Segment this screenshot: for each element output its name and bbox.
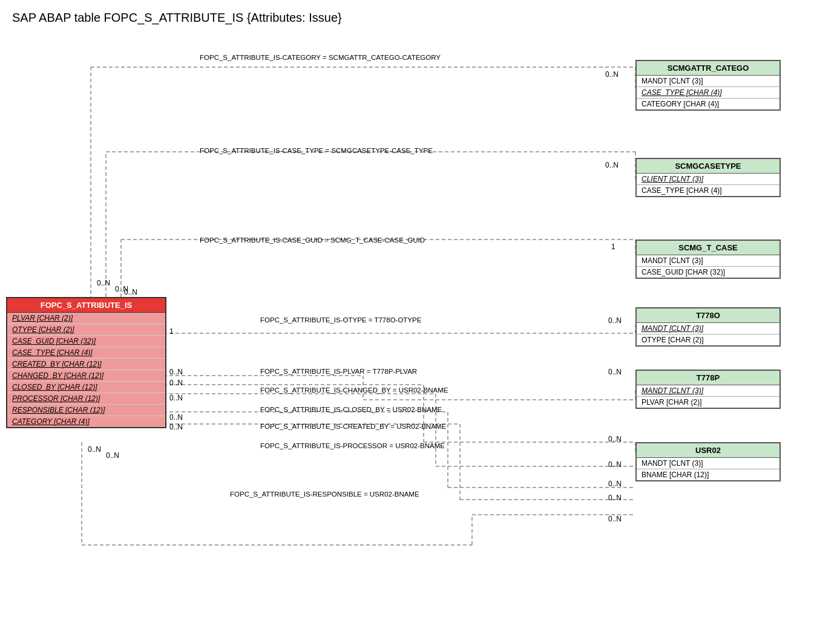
t778p-field-plvar: PLVAR [CHAR (2)] <box>637 397 779 408</box>
scmgcasetype-field-client: CLIENT [CLNT (3)] <box>637 174 779 185</box>
relation-label-changed-by: FOPC_S_ATTRIBUTE_IS-CHANGED_BY = USR02-B… <box>260 386 448 394</box>
entity-scmgcasetype-header: SCMGCASETYPE <box>637 159 779 174</box>
card-casetype-to: 0..N <box>605 161 619 169</box>
usr02-field-bname: BNAME [CHAR (12)] <box>637 469 779 480</box>
card-processor-from: 0..N <box>169 423 183 431</box>
card-caseguid-to: 1 <box>611 243 615 251</box>
scmgcasetype-field-case-type: CASE_TYPE [CHAR (4)] <box>637 185 779 196</box>
entity-scmgattr-catego-header: SCMGATTR_CATEGO <box>637 61 779 76</box>
card-plvar-to: 0..N <box>608 368 622 376</box>
field-responsible: RESPONSIBLE [CHAR (12)] <box>7 405 165 416</box>
entity-t778o-header: T778O <box>637 308 779 323</box>
card-responsible-from: 0..N <box>88 445 101 454</box>
t778o-field-mandt: MANDT [CLNT (3)] <box>637 323 779 334</box>
entity-scmgattr-catego: SCMGATTR_CATEGO MANDT [CLNT (3)] CASE_TY… <box>635 60 781 111</box>
card-processor-to: 0..N <box>608 494 622 502</box>
entity-usr02-header: USR02 <box>637 443 779 458</box>
card-plvar-from: 0..N <box>169 368 183 376</box>
scmgattr-field-case-type: CASE_TYPE [CHAR (4)] <box>637 87 779 99</box>
field-category: CATEGORY [CHAR (4)] <box>7 416 165 427</box>
field-created-by: CREATED_BY [CHAR (12)] <box>7 359 165 370</box>
card-otype-to: 0..N <box>608 316 622 325</box>
entity-scmg-t-case-header: SCMG_T_CASE <box>637 241 779 255</box>
relation-label-case-type: FOPC_S_ATTRIBUTE_IS-CASE_TYPE = SCMGCASE… <box>200 147 433 154</box>
card-closedby-from: 0..N <box>169 394 183 402</box>
relation-label-plvar: FOPC_S_ATTRIBUTE_IS-PLVAR = T778P-PLVAR <box>260 368 417 375</box>
entity-usr02: USR02 MANDT [CLNT (3)] BNAME [CHAR (12)] <box>635 442 781 481</box>
relation-label-otype: FOPC_S_ATTRIBUTE_IS-OTYPE = T778O-OTYPE <box>260 316 421 324</box>
card-responsible-to: 0..N <box>608 515 622 523</box>
usr02-field-mandt: MANDT [CLNT (3)] <box>637 458 779 469</box>
scmgattr-field-category: CATEGORY [CHAR (4)] <box>637 99 779 109</box>
scmg-t-case-field-case-guid: CASE_GUID [CHAR (32)] <box>637 267 779 278</box>
field-otype: OTYPE [CHAR (2)] <box>7 324 165 336</box>
card-changedby-to: 0..N <box>608 435 622 443</box>
relation-label-closed-by: FOPC_S_ATTRIBUTE_IS-CLOSED_BY = USR02-BN… <box>260 406 442 413</box>
field-plvar: PLVAR [CHAR (2)] <box>7 313 165 324</box>
page-title: SAP ABAP table FOPC_S_ATTRIBUTE_IS {Attr… <box>0 0 840 31</box>
entity-t778p-header: T778P <box>637 371 779 385</box>
card-createdby-from: 0..N <box>169 413 183 422</box>
card-responsible-from2: 0..N <box>106 451 119 460</box>
entity-t778o: T778O MANDT [CLNT (3)] OTYPE [CHAR (2)] <box>635 307 781 347</box>
field-case-type: CASE_TYPE [CHAR (4)] <box>7 347 165 359</box>
scmgattr-field-mandt: MANDT [CLNT (3)] <box>637 76 779 87</box>
scmg-t-case-field-mandt: MANDT [CLNT (3)] <box>637 255 779 267</box>
card-category-from: 0..N <box>97 279 110 287</box>
card-changedby-from: 0..N <box>169 379 183 387</box>
entity-scmgcasetype: SCMGCASETYPE CLIENT [CLNT (3)] CASE_TYPE… <box>635 158 781 197</box>
relation-label-created-by: FOPC_S_ATTRIBUTE_IS-CREATED_BY = USR02-B… <box>260 423 446 430</box>
field-changed-by: CHANGED_BY [CHAR (12)] <box>7 370 165 382</box>
card-createdby-to: 0..N <box>608 480 622 488</box>
card-closedby-to: 0..N <box>608 460 622 469</box>
relation-label-processor: FOPC_S_ATTRIBUTE_IS-PROCESSOR = USR02-BN… <box>260 442 445 449</box>
t778o-field-otype: OTYPE [CHAR (2)] <box>637 334 779 345</box>
main-entity: FOPC_S_ATTRIBUTE_IS PLVAR [CHAR (2)] OTY… <box>6 297 166 428</box>
field-processor: PROCESSOR [CHAR (12)] <box>7 393 165 405</box>
main-entity-header: FOPC_S_ATTRIBUTE_IS <box>7 298 165 313</box>
card-category-to: 0..N <box>605 70 619 79</box>
field-closed-by: CLOSED_BY [CHAR (12)] <box>7 382 165 393</box>
card-caseguid-from: 0..N <box>124 288 137 296</box>
relation-label-case-guid: FOPC_S_ATTRIBUTE_IS-CASE_GUID = SCMG_T_C… <box>200 236 425 244</box>
relation-label-category: FOPC_S_ATTRIBUTE_IS-CATEGORY = SCMGATTR_… <box>200 54 441 61</box>
t778p-field-mandt: MANDT [CLNT (3)] <box>637 385 779 397</box>
field-case-guid: CASE_GUID [CHAR (32)] <box>7 336 165 347</box>
entity-scmg-t-case: SCMG_T_CASE MANDT [CLNT (3)] CASE_GUID [… <box>635 240 781 279</box>
card-otype-from: 1 <box>169 327 174 336</box>
entity-t778p: T778P MANDT [CLNT (3)] PLVAR [CHAR (2)] <box>635 370 781 409</box>
relation-label-responsible: FOPC_S_ATTRIBUTE_IS-RESPONSIBLE = USR02-… <box>230 491 419 498</box>
